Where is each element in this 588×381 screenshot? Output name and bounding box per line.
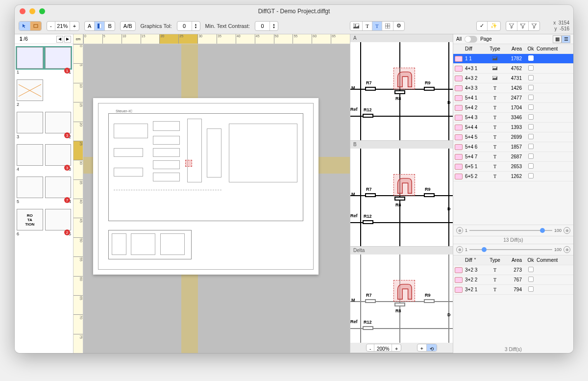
filter-slider-2[interactable]: ⊕ 1 100 ⊕ (453, 244, 573, 255)
diff-row[interactable]: 5+4 3 T 3346 (453, 113, 573, 123)
image-icon[interactable] (350, 22, 363, 30)
zoom-in-button[interactable]: + (70, 22, 79, 30)
diff-row[interactable]: 1 1 1782 (453, 54, 573, 64)
wand-icon[interactable]: ✨ (488, 22, 500, 30)
cursor-coords: x 3154 y -516 (545, 20, 569, 32)
zoom-out-button[interactable]: - (47, 22, 55, 30)
preview-b[interactable]: R7 R8 R9 R12 M Ref D (350, 149, 453, 247)
thumb-right[interactable] (45, 177, 72, 198)
next-page-button[interactable]: ▶ (64, 36, 71, 43)
gear-icon[interactable]: ⚙ (393, 22, 404, 30)
svg-rect-0 (34, 25, 38, 27)
svg-text:›: › (535, 24, 536, 26)
funnel-right-icon[interactable]: › (529, 22, 539, 30)
preview-b-label: B (350, 141, 453, 149)
pv-zoom-out[interactable]: - (367, 344, 374, 352)
rect-select-icon[interactable] (30, 22, 41, 30)
ab-seg[interactable]: A B (84, 21, 115, 31)
svg-point-4 (355, 24, 356, 25)
mtc-field[interactable]: 0 ▲▼ (255, 21, 278, 31)
pointer-icon[interactable] (19, 22, 30, 30)
seg-b[interactable]: B (105, 22, 114, 30)
gtol-value[interactable]: 0 (177, 22, 192, 30)
mtc-value[interactable]: 0 (255, 22, 270, 30)
check-icon[interactable]: ✓ (477, 22, 488, 30)
thumb-left[interactable] (17, 112, 43, 133)
diff-row[interactable]: 3+2 3 T 273 (453, 265, 573, 275)
scope-all[interactable]: All (456, 36, 462, 42)
check-seg[interactable]: ✓ ✨ (476, 21, 501, 31)
thumb-right[interactable] (45, 144, 72, 166)
globe-left-icon-2[interactable]: ⊕ (456, 246, 463, 253)
thumb-left[interactable] (17, 144, 43, 166)
view-grid-icon[interactable]: ▦ (553, 35, 562, 43)
prev-page-button[interactable]: ◀ (56, 36, 63, 43)
funnel-left-icon[interactable]: ‹ (517, 22, 529, 30)
pv-zoom-val[interactable]: 200% (374, 344, 392, 352)
summary-1: 13 Diff(s) (453, 236, 573, 244)
diff-row[interactable]: 5+4 6 T 1857 (453, 142, 573, 152)
thumb-left[interactable] (17, 47, 43, 69)
ruler-horizontal: 05101520253035404550556065 (83, 34, 350, 44)
pv-target-icon[interactable]: ⌖ (417, 344, 427, 352)
diff-row[interactable]: 5+4 2 T 1704 (453, 103, 573, 113)
diff-table-1[interactable]: Diff Type Area Ok Comment 1 1 1782 4+3 1… (453, 44, 573, 225)
grid-icon[interactable] (382, 22, 393, 30)
filter-seg-1[interactable]: T T ⚙ (350, 21, 404, 31)
text-outline-icon[interactable]: T (372, 22, 382, 30)
diff-table-2[interactable]: Diff ˅ Type Area Ok Comment 3+2 3 T 273 … (453, 255, 573, 346)
scope-page[interactable]: Page (480, 36, 491, 42)
thumb-right[interactable] (45, 112, 72, 133)
filter-slider-1[interactable]: ⊕ 1 100 ⊕ (453, 225, 573, 236)
diff-row[interactable]: 6+5 2 T 1262 (453, 172, 573, 181)
thumbnail-panel: 1 /6 ◀ ▶ 1112332433574RO TA TION625 (15, 34, 74, 353)
diff-row[interactable]: 4+3 2 4731 (453, 74, 573, 83)
funnel-icon[interactable] (506, 22, 517, 30)
thumb-left[interactable] (17, 79, 43, 101)
thumb-right[interactable] (45, 47, 72, 69)
inspector-panel: All Page ▦ ☰ Diff Type Area Ok Comment (453, 34, 573, 353)
text-icon[interactable]: T (363, 22, 372, 30)
diff-marker[interactable] (185, 160, 192, 167)
diff-row[interactable]: 3+2 2 T 767 (453, 275, 573, 285)
funnel-seg[interactable]: ‹ › (506, 21, 540, 31)
gtol-stepper[interactable]: ▲▼ (192, 22, 200, 30)
ab-toggle[interactable]: A/B (120, 21, 136, 31)
zoom-value[interactable]: 21% (55, 22, 70, 30)
preview-a[interactable]: R7 R8 R9 R12 M Ref D (350, 42, 453, 140)
globe-right-icon-2[interactable]: ⊕ (564, 246, 570, 253)
diff-row[interactable]: 6+5 1 T 2653 (453, 162, 573, 172)
view-list-icon[interactable]: ☰ (562, 35, 570, 43)
pv-zoom-in[interactable]: + (392, 344, 401, 352)
canvas-panel: cm 05101520253035404550556065 0510152025… (74, 34, 350, 353)
diff-row[interactable]: 5+4 1 T 2477 (453, 93, 573, 103)
diff-row[interactable]: 3+2 1 T 794 (453, 285, 573, 295)
mtc-stepper[interactable]: ▲▼ (270, 22, 278, 30)
seg-ab[interactable]: A/B (121, 22, 135, 30)
cursor-tool-seg[interactable] (19, 21, 42, 31)
diff-row[interactable]: 4+3 1 4762 (453, 64, 573, 74)
diff-row[interactable]: 4+3 3 T 1426 (453, 83, 573, 93)
preview-delta-label: Delta (350, 247, 453, 254)
diff-row[interactable]: 5+4 4 T 1393 (453, 123, 573, 132)
thumb-right[interactable] (45, 209, 72, 230)
gtol-field[interactable]: 0 ▲▼ (177, 21, 200, 31)
thumb-left[interactable] (17, 177, 43, 198)
seg-split[interactable] (95, 22, 105, 30)
preview-a-label: A (350, 34, 453, 42)
thumb-left[interactable]: RO TA TION (17, 209, 43, 230)
zoom-seg[interactable]: - 21% + (47, 21, 79, 31)
ruler-unit: cm (74, 34, 83, 44)
svg-rect-2 (99, 24, 101, 28)
scope-toggle[interactable] (465, 36, 477, 43)
preview-panel: A R7 R8 R9 R12 M Ref D B R7 R8 R9 R12 M … (350, 34, 453, 353)
diff-row[interactable]: 5+4 5 T 2699 (453, 132, 573, 142)
seg-a[interactable]: A (85, 22, 95, 30)
page-sheet: Steuer-IC (93, 98, 318, 275)
globe-right-icon[interactable]: ⊕ (564, 227, 570, 234)
canvas[interactable]: Steuer-IC (83, 44, 350, 353)
preview-delta[interactable]: R7 R8 R9 R12 M Ref D (350, 254, 453, 343)
globe-left-icon[interactable]: ⊕ (456, 227, 463, 234)
diff-row[interactable]: 5+4 7 T 2687 (453, 152, 573, 162)
pv-link-icon[interactable]: ⟲ (427, 344, 437, 352)
